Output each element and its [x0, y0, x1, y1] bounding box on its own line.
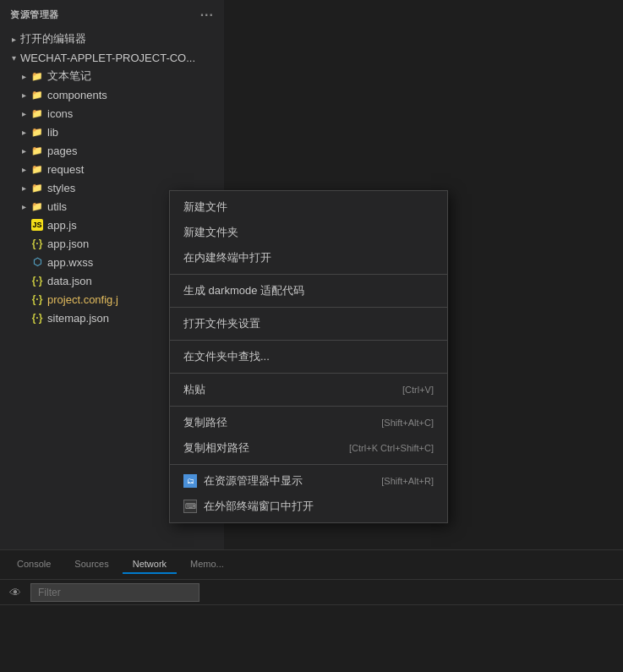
- reveal-explorer-icon: 🗂: [183, 474, 197, 488]
- open-editors-chevron: [7, 32, 20, 46]
- label-request: request: [47, 163, 84, 176]
- menu-label-paste: 粘贴: [183, 382, 205, 397]
- chevron-pages: [17, 144, 30, 157]
- tree-item-icons[interactable]: 📁 icons: [0, 104, 224, 123]
- ext-terminal-icon: ⌨: [183, 500, 197, 513]
- tree-item-request[interactable]: 📁 request: [0, 160, 224, 178]
- open-editors-label: 打开的编辑器: [20, 31, 86, 46]
- menu-shortcut-paste: [Ctrl+V]: [402, 385, 434, 395]
- menu-sep-2: [170, 307, 447, 308]
- tab-sources[interactable]: Sources: [64, 555, 118, 574]
- explorer-title: 资源管理器: [10, 8, 59, 21]
- tab-network-label: Network: [133, 559, 167, 569]
- project-root-item[interactable]: WECHAT-APPLET-PROJECT-CO...: [0, 48, 224, 67]
- menu-item-reveal-explorer[interactable]: 🗂 在资源管理器中显示 [Shift+Alt+R]: [170, 468, 447, 494]
- menu-label-open-terminal: 在内建终端中打开: [183, 250, 271, 265]
- tree-item-components[interactable]: 📁 components: [0, 85, 224, 104]
- tree-item-pages[interactable]: 📁 pages: [0, 141, 224, 160]
- tab-memory[interactable]: Memo...: [180, 555, 234, 574]
- explorer-header: 资源管理器 ···: [0, 0, 224, 30]
- label-projectconfig: project.config.j: [47, 293, 118, 306]
- icon-sitemapjson: {·}: [30, 311, 44, 325]
- tab-sources-label: Sources: [74, 559, 108, 569]
- label-utils: utils: [47, 200, 67, 213]
- menu-item-open-ext-terminal[interactable]: ⌨ 在外部终端窗口中打开: [170, 494, 447, 519]
- menu-item-open-terminal[interactable]: 在内建终端中打开: [170, 245, 447, 270]
- project-root-label: WECHAT-APPLET-PROJECT-CO...: [20, 52, 195, 64]
- folder-icon-request: 📁: [30, 162, 44, 176]
- menu-shortcut-reveal-explorer: [Shift+Alt+R]: [381, 476, 434, 486]
- bottom-tabs: Console Sources Network Memo...: [0, 550, 623, 580]
- chevron-utils: [17, 199, 30, 213]
- project-root-chevron: [7, 51, 20, 64]
- menu-label-new-file: 新建文件: [183, 199, 227, 215]
- menu-label-gen-darkmode: 生成 darkmode 适配代码: [183, 283, 304, 298]
- label-sitemapjson: sitemap.json: [47, 312, 109, 325]
- icon-projectconfig: {·}: [30, 292, 44, 306]
- spacer-appjson: [17, 237, 30, 250]
- menu-item-paste[interactable]: 粘贴 [Ctrl+V]: [170, 377, 447, 402]
- chevron-icons: [17, 107, 30, 120]
- folder-icon-styles: 📁: [30, 181, 44, 194]
- icon-appjs: JS: [30, 218, 44, 232]
- spacer-projectconfig: [17, 292, 30, 306]
- menu-label-copy-path: 复制路径: [183, 415, 227, 430]
- icon-datajson: {·}: [30, 274, 44, 287]
- tab-console-label: Console: [17, 559, 51, 569]
- menu-item-new-folder[interactable]: 新建文件夹: [170, 220, 447, 245]
- spacer-datajson: [17, 274, 30, 287]
- filter-input[interactable]: [30, 583, 199, 602]
- label-components: components: [47, 89, 107, 101]
- bottom-bar: Console Sources Network Memo... 👁: [0, 549, 623, 672]
- label-datajson: data.json: [47, 275, 92, 287]
- menu-sep-6: [170, 464, 447, 465]
- menu-label-open-ext-terminal: 在外部终端窗口中打开: [204, 499, 314, 514]
- label-wenbijj: 文本笔记: [47, 68, 91, 84]
- menu-item-copy-path[interactable]: 复制路径 [Shift+Alt+C]: [170, 410, 447, 435]
- menu-item-folder-settings[interactable]: 打开文件夹设置: [170, 311, 447, 336]
- icon-appjson: {·}: [30, 237, 44, 250]
- tab-network[interactable]: Network: [123, 555, 177, 574]
- label-appjs: app.js: [47, 219, 77, 232]
- menu-label-new-folder: 新建文件夹: [183, 225, 238, 240]
- folder-icon-icons: 📁: [30, 107, 44, 120]
- folder-icon-utils: 📁: [30, 199, 44, 213]
- folder-icon-lib: 📁: [30, 125, 44, 139]
- tab-memory-label: Memo...: [190, 559, 224, 569]
- menu-item-find-in-folder[interactable]: 在文件夹中查找...: [170, 344, 447, 369]
- menu-item-gen-darkmode[interactable]: 生成 darkmode 适配代码: [170, 278, 447, 303]
- icon-appwxss: ⬡: [30, 255, 44, 269]
- explorer-menu-dots[interactable]: ···: [200, 8, 214, 23]
- spacer-sitemapjson: [17, 311, 30, 325]
- label-appjson: app.json: [47, 238, 89, 250]
- chevron-request: [17, 162, 30, 176]
- chevron-wenbijj: [17, 69, 30, 83]
- menu-sep-1: [170, 274, 447, 275]
- menu-sep-4: [170, 373, 447, 374]
- tree-item-lib[interactable]: 📁 lib: [0, 123, 224, 141]
- spacer-appwxss: [17, 255, 30, 269]
- folder-icon-pages: 📁: [30, 144, 44, 157]
- label-lib: lib: [47, 126, 58, 139]
- label-icons: icons: [47, 107, 73, 120]
- bottom-toolbar: 👁: [0, 580, 623, 605]
- context-menu: 新建文件 新建文件夹 在内建终端中打开 生成 darkmode 适配代码 打开文…: [169, 190, 448, 523]
- eye-icon-button[interactable]: 👁: [7, 584, 24, 601]
- menu-label-folder-settings: 打开文件夹设置: [183, 316, 260, 331]
- menu-item-new-file[interactable]: 新建文件: [170, 194, 447, 220]
- label-appwxss: app.wxss: [47, 256, 93, 269]
- open-editors-section[interactable]: 打开的编辑器: [0, 30, 224, 48]
- menu-sep-5: [170, 406, 447, 407]
- folder-icon-wenbijj: 📁: [30, 69, 44, 83]
- chevron-lib: [17, 125, 30, 139]
- spacer-appjs: [17, 218, 30, 232]
- menu-label-copy-rel-path: 复制相对路径: [183, 440, 249, 456]
- tree-item-wenbijj[interactable]: 📁 文本笔记: [0, 67, 224, 85]
- tab-console[interactable]: Console: [7, 555, 61, 574]
- menu-label-reveal-explorer: 在资源管理器中显示: [204, 473, 303, 489]
- menu-sep-3: [170, 340, 447, 341]
- menu-shortcut-copy-path: [Shift+Alt+C]: [381, 418, 434, 428]
- chevron-styles: [17, 181, 30, 194]
- label-styles: styles: [47, 182, 75, 194]
- menu-item-copy-rel-path[interactable]: 复制相对路径 [Ctrl+K Ctrl+Shift+C]: [170, 435, 447, 461]
